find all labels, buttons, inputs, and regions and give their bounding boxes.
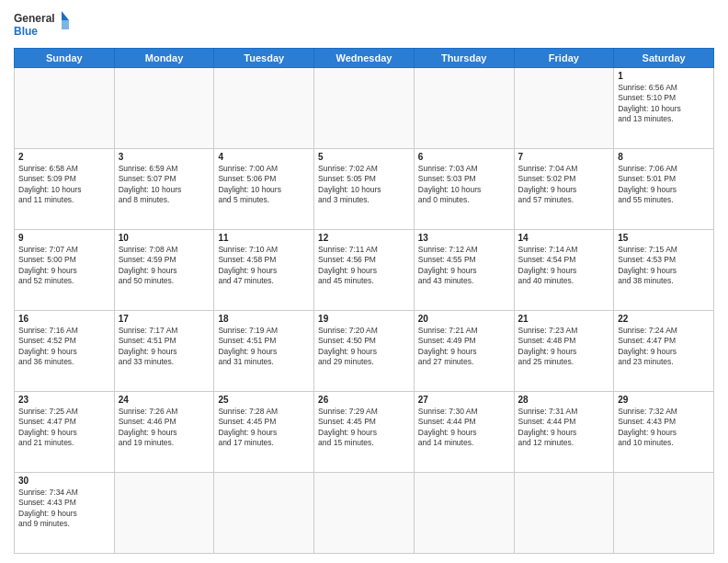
weekday-header-row: SundayMondayTuesdayWednesdayThursdayFrid…: [15, 49, 714, 68]
svg-text:General: General: [14, 12, 55, 25]
weekday-header-monday: Monday: [114, 49, 214, 68]
day-number: 14: [518, 233, 610, 243]
day-number: 18: [218, 314, 310, 324]
calendar-week-row: 23Sunrise: 7:25 AM Sunset: 4:47 PM Dayli…: [15, 392, 714, 473]
calendar-cell: 1Sunrise: 6:56 AM Sunset: 5:10 PM Daylig…: [614, 68, 714, 149]
day-number: 11: [218, 233, 310, 243]
calendar-cell: 21Sunrise: 7:23 AM Sunset: 4:48 PM Dayli…: [514, 311, 614, 392]
calendar-cell: 16Sunrise: 7:16 AM Sunset: 4:52 PM Dayli…: [15, 311, 115, 392]
calendar-cell: [15, 68, 115, 149]
day-number: 8: [618, 152, 710, 162]
day-number: 6: [418, 152, 510, 162]
calendar-cell: [214, 68, 314, 149]
day-info: Sunrise: 7:25 AM Sunset: 4:47 PM Dayligh…: [18, 407, 110, 449]
calendar-week-row: 1Sunrise: 6:56 AM Sunset: 5:10 PM Daylig…: [15, 68, 714, 149]
day-info: Sunrise: 7:04 AM Sunset: 5:02 PM Dayligh…: [518, 164, 610, 206]
day-info: Sunrise: 7:20 AM Sunset: 4:50 PM Dayligh…: [318, 326, 410, 368]
calendar-table: SundayMondayTuesdayWednesdayThursdayFrid…: [14, 48, 714, 554]
calendar-cell: 29Sunrise: 7:32 AM Sunset: 4:43 PM Dayli…: [614, 392, 714, 473]
day-number: 9: [18, 233, 110, 243]
day-info: Sunrise: 7:19 AM Sunset: 4:51 PM Dayligh…: [218, 326, 310, 368]
day-info: Sunrise: 7:06 AM Sunset: 5:01 PM Dayligh…: [618, 164, 710, 206]
calendar-week-row: 16Sunrise: 7:16 AM Sunset: 4:52 PM Dayli…: [15, 311, 714, 392]
calendar-cell: 20Sunrise: 7:21 AM Sunset: 4:49 PM Dayli…: [414, 311, 514, 392]
weekday-header-friday: Friday: [514, 49, 614, 68]
calendar-cell: 5Sunrise: 7:02 AM Sunset: 5:05 PM Daylig…: [314, 149, 415, 230]
day-info: Sunrise: 7:23 AM Sunset: 4:48 PM Dayligh…: [518, 326, 610, 368]
day-info: Sunrise: 7:30 AM Sunset: 4:44 PM Dayligh…: [418, 407, 510, 449]
day-info: Sunrise: 7:14 AM Sunset: 4:54 PM Dayligh…: [518, 245, 610, 287]
day-number: 19: [318, 314, 410, 324]
day-number: 1: [618, 71, 710, 81]
day-info: Sunrise: 7:17 AM Sunset: 4:51 PM Dayligh…: [119, 326, 210, 368]
calendar-cell: [114, 68, 214, 149]
calendar-cell: 13Sunrise: 7:12 AM Sunset: 4:55 PM Dayli…: [414, 230, 514, 311]
calendar-week-row: 30Sunrise: 7:34 AM Sunset: 4:43 PM Dayli…: [15, 473, 714, 554]
calendar-cell: 9Sunrise: 7:07 AM Sunset: 5:00 PM Daylig…: [15, 230, 115, 311]
day-number: 17: [119, 314, 210, 324]
day-number: 12: [318, 233, 410, 243]
day-info: Sunrise: 7:15 AM Sunset: 4:53 PM Dayligh…: [618, 245, 710, 287]
weekday-header-tuesday: Tuesday: [214, 49, 314, 68]
calendar-cell: 4Sunrise: 7:00 AM Sunset: 5:06 PM Daylig…: [214, 149, 314, 230]
day-number: 25: [218, 395, 310, 405]
calendar-cell: 26Sunrise: 7:29 AM Sunset: 4:45 PM Dayli…: [314, 392, 415, 473]
day-number: 20: [418, 314, 510, 324]
calendar-cell: 28Sunrise: 7:31 AM Sunset: 4:44 PM Dayli…: [514, 392, 614, 473]
day-number: 3: [119, 152, 210, 162]
day-number: 13: [418, 233, 510, 243]
day-info: Sunrise: 7:02 AM Sunset: 5:05 PM Dayligh…: [318, 164, 410, 206]
page: General Blue SundayMondayTuesdayWednesda…: [0, 0, 728, 563]
day-number: 5: [318, 152, 410, 162]
day-info: Sunrise: 7:07 AM Sunset: 5:00 PM Dayligh…: [18, 245, 110, 287]
day-number: 15: [618, 233, 710, 243]
calendar-cell: [114, 473, 214, 554]
calendar-cell: 19Sunrise: 7:20 AM Sunset: 4:50 PM Dayli…: [314, 311, 415, 392]
header: General Blue: [14, 9, 714, 42]
day-info: Sunrise: 7:12 AM Sunset: 4:55 PM Dayligh…: [418, 245, 510, 287]
day-info: Sunrise: 7:16 AM Sunset: 4:52 PM Dayligh…: [18, 326, 110, 368]
day-info: Sunrise: 7:08 AM Sunset: 4:59 PM Dayligh…: [119, 245, 210, 287]
calendar-cell: 27Sunrise: 7:30 AM Sunset: 4:44 PM Dayli…: [414, 392, 514, 473]
day-info: Sunrise: 7:00 AM Sunset: 5:06 PM Dayligh…: [218, 164, 310, 206]
day-number: 30: [18, 476, 110, 486]
calendar-cell: [314, 473, 415, 554]
calendar-cell: 3Sunrise: 6:59 AM Sunset: 5:07 PM Daylig…: [114, 149, 214, 230]
day-info: Sunrise: 7:26 AM Sunset: 4:46 PM Dayligh…: [119, 407, 210, 449]
day-number: 10: [119, 233, 210, 243]
calendar-cell: 22Sunrise: 7:24 AM Sunset: 4:47 PM Dayli…: [614, 311, 714, 392]
calendar-cell: 10Sunrise: 7:08 AM Sunset: 4:59 PM Dayli…: [114, 230, 214, 311]
day-info: Sunrise: 7:28 AM Sunset: 4:45 PM Dayligh…: [218, 407, 310, 449]
day-info: Sunrise: 7:21 AM Sunset: 4:49 PM Dayligh…: [418, 326, 510, 368]
day-info: Sunrise: 7:29 AM Sunset: 4:45 PM Dayligh…: [318, 407, 410, 449]
calendar-cell: [314, 68, 415, 149]
day-number: 23: [18, 395, 110, 405]
calendar-cell: 18Sunrise: 7:19 AM Sunset: 4:51 PM Dayli…: [214, 311, 314, 392]
calendar-cell: 17Sunrise: 7:17 AM Sunset: 4:51 PM Dayli…: [114, 311, 214, 392]
calendar-cell: 14Sunrise: 7:14 AM Sunset: 4:54 PM Dayli…: [514, 230, 614, 311]
day-info: Sunrise: 7:11 AM Sunset: 4:56 PM Dayligh…: [318, 245, 410, 287]
weekday-header-sunday: Sunday: [15, 49, 115, 68]
calendar-cell: 30Sunrise: 7:34 AM Sunset: 4:43 PM Dayli…: [15, 473, 115, 554]
day-number: 29: [618, 395, 710, 405]
svg-marker-2: [62, 11, 69, 20]
day-info: Sunrise: 7:10 AM Sunset: 4:58 PM Dayligh…: [218, 245, 310, 287]
day-number: 24: [119, 395, 210, 405]
calendar-cell: [414, 68, 514, 149]
calendar-cell: [514, 68, 614, 149]
calendar-cell: 24Sunrise: 7:26 AM Sunset: 4:46 PM Dayli…: [114, 392, 214, 473]
day-info: Sunrise: 7:31 AM Sunset: 4:44 PM Dayligh…: [518, 407, 610, 449]
calendar-cell: [414, 473, 514, 554]
calendar-cell: 15Sunrise: 7:15 AM Sunset: 4:53 PM Dayli…: [614, 230, 714, 311]
calendar-cell: [514, 473, 614, 554]
calendar-cell: 6Sunrise: 7:03 AM Sunset: 5:03 PM Daylig…: [414, 149, 514, 230]
day-number: 21: [518, 314, 610, 324]
day-info: Sunrise: 7:24 AM Sunset: 4:47 PM Dayligh…: [618, 326, 710, 368]
day-number: 4: [218, 152, 310, 162]
day-info: Sunrise: 6:59 AM Sunset: 5:07 PM Dayligh…: [119, 164, 210, 206]
day-info: Sunrise: 6:56 AM Sunset: 5:10 PM Dayligh…: [618, 83, 710, 125]
day-info: Sunrise: 7:34 AM Sunset: 4:43 PM Dayligh…: [18, 488, 110, 530]
calendar-cell: 8Sunrise: 7:06 AM Sunset: 5:01 PM Daylig…: [614, 149, 714, 230]
svg-marker-3: [62, 20, 69, 29]
day-number: 22: [618, 314, 710, 324]
